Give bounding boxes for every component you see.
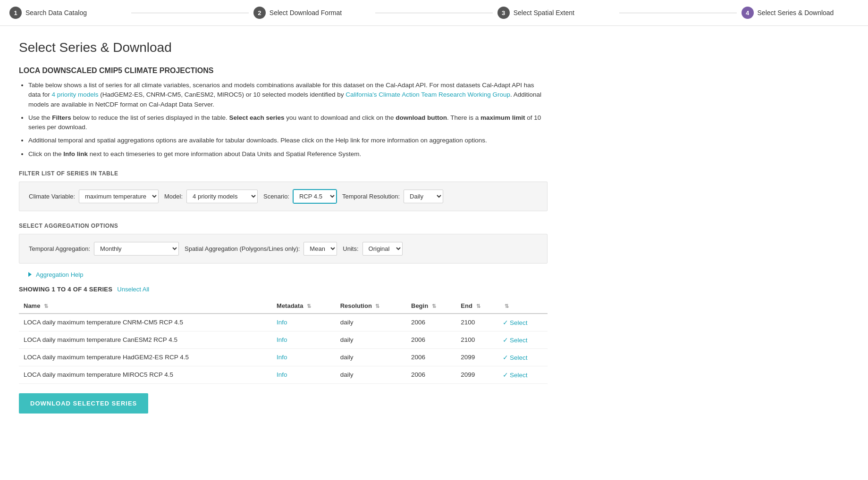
temporal-aggregation-select[interactable]: Monthly Annual Seasonal None [94, 242, 179, 256]
check-icon-2: ✓ [503, 354, 508, 361]
name-sort-icon: ⇅ [44, 303, 48, 309]
action-sort-icon: ⇅ [505, 303, 509, 309]
step-4[interactable]: 4 Select Series & Download [742, 7, 859, 19]
check-icon-0: ✓ [503, 319, 508, 326]
spatial-aggregation-group: Spatial Aggregation (Polygons/Lines only… [185, 242, 337, 256]
cell-begin-1: 2006 [406, 331, 456, 348]
cell-select-0[interactable]: ✓Select [498, 314, 548, 331]
step-1-label: Search Data Catalog [25, 9, 87, 17]
scenario-label: Scenario: [263, 193, 289, 200]
climate-variable-label: Climate Variable: [29, 193, 75, 200]
step-4-label: Select Series & Download [758, 9, 834, 17]
cell-name-0: LOCA daily maximum temperature CNRM-CM5 … [19, 314, 272, 331]
download-button[interactable]: DOWNLOAD SELECTED SERIES [19, 393, 148, 414]
spatial-aggregation-select[interactable]: Mean Max Min Sum [303, 242, 337, 256]
table-row: LOCA daily maximum temperature CNRM-CM5 … [19, 314, 548, 331]
page-title: Select Series & Download [19, 40, 548, 55]
step-2[interactable]: 2 Select Download Format [253, 7, 371, 19]
model-group: Model: 4 priority models 10 selected mod… [164, 190, 258, 203]
cell-end-2: 2099 [456, 348, 498, 366]
scenario-select[interactable]: RCP 4.5 RCP 8.5 Historical [293, 190, 337, 203]
cell-info-3[interactable]: Info [272, 366, 336, 383]
cell-resolution-3: daily [336, 366, 406, 383]
col-begin: Begin ⇅ [406, 298, 456, 314]
units-group: Units: Original Metric Imperial [343, 242, 402, 256]
cell-resolution-2: daily [336, 348, 406, 366]
end-sort-icon: ⇅ [476, 303, 480, 309]
dataset-title: LOCA DOWNSCALED CMIP5 CLIMATE PROJECTION… [19, 66, 548, 75]
units-label: Units: [343, 245, 358, 252]
chevron-right-icon [28, 272, 32, 277]
table-row: LOCA daily maximum temperature CanESM2 R… [19, 331, 548, 348]
priority-models-link[interactable]: 4 priority models [52, 91, 99, 98]
step-connector-1 [131, 13, 248, 13]
aggregation-row: Temporal Aggregation: Monthly Annual Sea… [29, 242, 538, 256]
filter-box: Climate Variable: maximum temperature mi… [19, 182, 548, 211]
cell-end-0: 2100 [456, 314, 498, 331]
step-3-label: Select Spatial Extent [514, 9, 574, 17]
step-3-circle: 3 [497, 7, 510, 19]
temporal-aggregation-group: Temporal Aggregation: Monthly Annual Sea… [29, 242, 179, 256]
col-resolution: Resolution ⇅ [336, 298, 406, 314]
info-item-2: Use the Filters below to reduce the list… [28, 113, 548, 132]
model-select[interactable]: 4 priority models 10 selected models all… [186, 190, 258, 203]
model-label: Model: [164, 193, 183, 200]
cell-begin-0: 2006 [406, 314, 456, 331]
step-2-circle: 2 [253, 7, 266, 19]
cell-name-1: LOCA daily maximum temperature CanESM2 R… [19, 331, 272, 348]
units-select[interactable]: Original Metric Imperial [362, 242, 403, 256]
step-connector-2 [375, 13, 492, 13]
table-row: LOCA daily maximum temperature HadGEM2-E… [19, 348, 548, 366]
temporal-resolution-select[interactable]: Daily Monthly Yearly [404, 190, 443, 203]
showing-row: SHOWING 1 TO 4 OF 4 SERIES Unselect All [19, 286, 548, 293]
info-item-1: Table below shows a list of series for a… [28, 81, 548, 109]
scenario-group: Scenario: RCP 4.5 RCP 8.5 Historical [263, 190, 337, 203]
step-1[interactable]: 1 Search Data Catalog [9, 7, 126, 19]
temporal-resolution-group: Temporal Resolution: Daily Monthly Yearl… [342, 190, 443, 203]
info-item-3: Additional temporal and spatial aggregat… [28, 136, 548, 145]
step-1-circle: 1 [9, 7, 22, 19]
col-action: ⇅ [498, 298, 548, 314]
cell-end-3: 2099 [456, 366, 498, 383]
cell-select-2[interactable]: ✓Select [498, 348, 548, 366]
unselect-all-link[interactable]: Unselect All [117, 286, 149, 293]
cell-begin-2: 2006 [406, 348, 456, 366]
table-header-row: Name ⇅ Metadata ⇅ Resolution ⇅ Begin ⇅ E… [19, 298, 548, 314]
main-content: Select Series & Download LOCA DOWNSCALED… [0, 26, 566, 428]
climate-variable-select[interactable]: maximum temperature minimum temperature … [79, 190, 159, 203]
check-icon-1: ✓ [503, 337, 508, 344]
cell-end-1: 2100 [456, 331, 498, 348]
climate-variable-group: Climate Variable: maximum temperature mi… [29, 190, 159, 203]
info-item-4: Click on the Info link next to each time… [28, 149, 548, 159]
showing-text: SHOWING 1 TO 4 OF 4 SERIES [19, 286, 112, 293]
metadata-sort-icon: ⇅ [307, 303, 311, 309]
col-name: Name ⇅ [19, 298, 272, 314]
cell-info-1[interactable]: Info [272, 331, 336, 348]
temporal-resolution-label: Temporal Resolution: [342, 193, 400, 200]
cell-select-3[interactable]: ✓Select [498, 366, 548, 383]
col-end: End ⇅ [456, 298, 498, 314]
step-4-circle: 4 [742, 7, 754, 19]
stepper: 1 Search Data Catalog 2 Select Download … [0, 0, 868, 26]
cell-begin-3: 2006 [406, 366, 456, 383]
climate-action-link[interactable]: California's Climate Action Team Researc… [346, 91, 510, 98]
data-table: Name ⇅ Metadata ⇅ Resolution ⇅ Begin ⇅ E… [19, 298, 548, 384]
step-2-label: Select Download Format [270, 9, 342, 17]
aggregation-box: Temporal Aggregation: Monthly Annual Sea… [19, 234, 548, 264]
info-list: Table below shows a list of series for a… [19, 81, 548, 159]
begin-sort-icon: ⇅ [432, 303, 436, 309]
aggregation-help-link[interactable]: Aggregation Help [36, 271, 83, 278]
resolution-sort-icon: ⇅ [375, 303, 379, 309]
cell-info-0[interactable]: Info [272, 314, 336, 331]
aggregation-help: Aggregation Help [19, 267, 548, 286]
cell-info-2[interactable]: Info [272, 348, 336, 366]
cell-name-2: LOCA daily maximum temperature HadGEM2-E… [19, 348, 272, 366]
temporal-aggregation-label: Temporal Aggregation: [29, 245, 90, 252]
cell-select-1[interactable]: ✓Select [498, 331, 548, 348]
spatial-aggregation-label: Spatial Aggregation (Polygons/Lines only… [185, 245, 300, 252]
step-connector-3 [619, 13, 736, 13]
step-3[interactable]: 3 Select Spatial Extent [497, 7, 615, 19]
check-icon-3: ✓ [503, 372, 508, 379]
table-row: LOCA daily maximum temperature MIROC5 RC… [19, 366, 548, 383]
aggregation-section-label: SELECT AGGREGATION OPTIONS [19, 223, 548, 229]
